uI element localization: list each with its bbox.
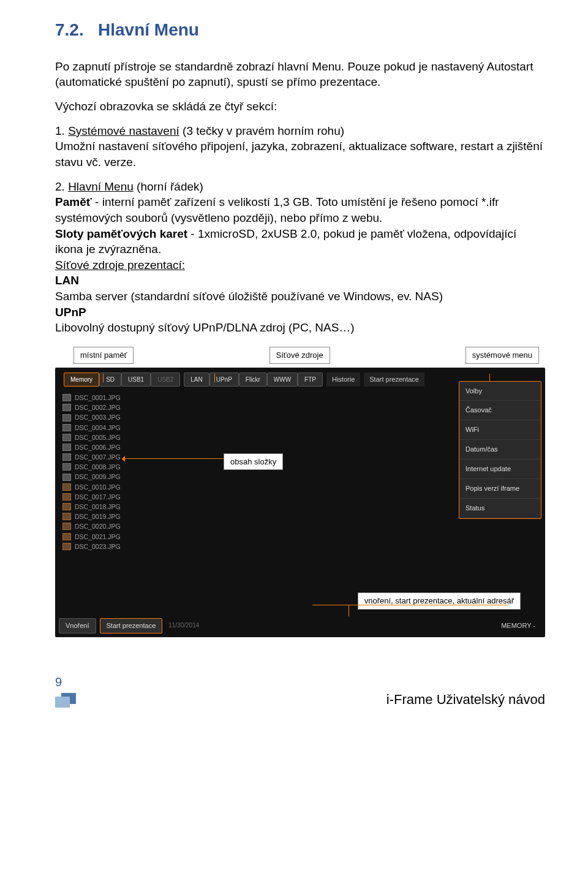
section-heading: 7.2. Hlavní Menu [55, 18, 545, 42]
file-name: DSC_0019.JPG [75, 512, 121, 521]
item-2-head: Hlavní Menu [68, 180, 134, 193]
image-icon [62, 444, 71, 451]
slots-label: Sloty paměťových karet [55, 227, 187, 240]
arrow-icon [214, 374, 215, 382]
tab-ftp[interactable]: FTP [298, 373, 323, 387]
document-icon [55, 693, 76, 709]
nest-button[interactable]: Vnoření [59, 618, 96, 634]
history-button[interactable]: Historie [326, 373, 360, 387]
menu-wifi[interactable]: WiFi [459, 420, 541, 440]
image-icon [62, 483, 71, 491]
callout-bottom-bar: vnoření, start prezentace, aktuální adre… [358, 592, 521, 610]
arrow-icon [103, 374, 104, 382]
page-footer: 9 i-Frame Uživatelský návod [55, 674, 545, 709]
file-name: DSC_0021.JPG [75, 532, 121, 541]
item-1-number: 1. [55, 124, 68, 137]
section-number: 7.2. [55, 20, 84, 39]
file-name: DSC_0004.JPG [75, 423, 121, 432]
image-icon [62, 533, 71, 540]
file-name: DSC_0007.JPG [75, 453, 121, 461]
upnp-label: UPnP [55, 306, 86, 319]
intro-paragraph-1: Po zapnutí přístroje se standardně zobra… [55, 59, 545, 90]
list-item[interactable]: DSC_0023.JPG [59, 542, 541, 551]
memory-label: Paměť [55, 195, 92, 208]
date-text: 11/30/2014 [168, 621, 199, 630]
file-name: DSC_0010.JPG [75, 483, 121, 491]
image-icon [62, 513, 71, 520]
file-name: DSC_0003.JPG [75, 413, 121, 422]
item-1: 1. Systémové nastavení (3 tečky v pravém… [55, 123, 545, 170]
footer-title: i-Frame Uživatelský návod [386, 690, 545, 709]
file-name: DSC_0020.JPG [75, 522, 121, 531]
system-menu-panel: Volby Časovač WiFi Datum/čas Internet up… [459, 381, 541, 519]
callout-local-memory: místní paměť [74, 347, 134, 364]
image-icon [62, 414, 71, 422]
menu-popis-verzi[interactable]: Popis verzí iframe [459, 479, 541, 499]
page-number: 9 [55, 674, 76, 690]
intro-paragraph-2: Výchozí obrazovka se skládá ze čtyř sekc… [55, 99, 545, 115]
tab-flickr[interactable]: Flickr [239, 373, 267, 387]
list-item[interactable]: DSC_0021.JPG [59, 532, 541, 542]
callout-system-menu: systémové menu [466, 347, 539, 364]
image-icon [62, 394, 71, 401]
file-name: DSC_0006.JPG [75, 443, 121, 452]
file-name: DSC_0023.JPG [75, 542, 121, 551]
item-1-head: Systémové nastavení [68, 124, 179, 137]
file-name: DSC_0017.JPG [75, 493, 121, 501]
tab-memory[interactable]: Memory [64, 373, 99, 387]
tab-lan[interactable]: LAN [184, 373, 209, 387]
image-icon [62, 424, 71, 431]
item-2-tail: (horní řádek) [134, 180, 203, 193]
file-name: DSC_0009.JPG [75, 472, 121, 481]
bottom-bar: Vnoření Start prezentace 11/30/2014 MEMO… [59, 618, 541, 634]
start-presentation-button-bottom[interactable]: Start prezentace [100, 618, 163, 634]
callout-network-sources: Síťové zdroje [270, 347, 330, 364]
image-icon [62, 463, 71, 471]
menu-status[interactable]: Status [459, 499, 541, 518]
image-icon [62, 474, 71, 481]
footer-left: 9 [55, 674, 76, 709]
callout-folder-content: obsah složky [224, 453, 283, 471]
image-icon [62, 493, 71, 501]
menu-volby[interactable]: Volby [459, 382, 541, 401]
lan-label: LAN [55, 274, 79, 287]
item-1-body: Umožní nastavení síťového připojení, jaz… [55, 140, 543, 168]
start-presentation-button-top[interactable]: Start prezentace [364, 373, 424, 387]
item-2-number: 2. [55, 180, 68, 193]
screenshot-figure: místní paměť Síťové zdroje systémové men… [55, 347, 545, 637]
arrow-icon [312, 605, 508, 605]
device-screenshot: Memory SD USB1 USB2 LAN UPnP Flickr WWW … [55, 368, 545, 637]
arrow-icon [349, 605, 349, 616]
menu-casovac[interactable]: Časovač [459, 401, 541, 420]
callouts-top-row: místní paměť Síťové zdroje systémové men… [55, 347, 545, 368]
section-title-text: Hlavní Menu [98, 20, 199, 39]
file-name: DSC_0002.JPG [75, 403, 121, 412]
file-name: DSC_0008.JPG [75, 463, 121, 471]
menu-internet-update[interactable]: Internet update [459, 460, 541, 479]
item-2: 2. Hlavní Menu (horní řádek) Paměť - int… [55, 179, 545, 336]
current-path: MEMORY - [501, 621, 535, 630]
image-icon [62, 503, 71, 510]
tab-upnp[interactable]: UPnP [209, 373, 239, 387]
menu-datum-cas[interactable]: Datum/čas [459, 440, 541, 460]
lan-desc: Samba server (standardní síťové úložiště… [55, 290, 443, 303]
tab-www[interactable]: WWW [267, 373, 298, 387]
file-name: DSC_0001.JPG [75, 393, 121, 402]
net-sources-heading: Síťové zdroje prezentací: [55, 259, 185, 271]
image-icon [62, 434, 71, 441]
image-icon [62, 453, 71, 461]
tab-usb2[interactable]: USB2 [151, 373, 180, 387]
tab-usb1[interactable]: USB1 [121, 373, 151, 387]
file-name: DSC_0018.JPG [75, 502, 121, 511]
image-icon [62, 404, 71, 411]
image-icon [62, 523, 71, 530]
memory-desc: - interní paměť zařízení s velikostí 1,3… [55, 195, 499, 224]
item-1-tail: (3 tečky v pravém horním rohu) [179, 124, 344, 137]
image-icon [62, 543, 71, 550]
arrow-icon [123, 458, 224, 459]
list-item[interactable]: DSC_0020.JPG [59, 521, 541, 531]
file-name: DSC_0005.JPG [75, 433, 121, 442]
upnp-desc: Libovolný dostupný síťový UPnP/DLNA zdro… [55, 321, 355, 334]
